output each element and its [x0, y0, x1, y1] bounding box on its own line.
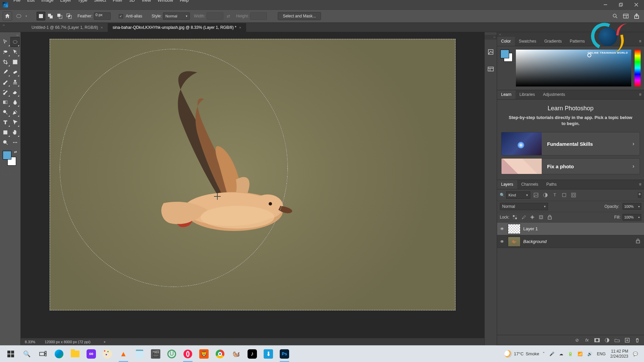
maximize-button[interactable] [613, 0, 629, 9]
new-layer-icon[interactable] [624, 337, 631, 344]
filter-smart-icon[interactable] [570, 191, 577, 199]
menu-edit[interactable]: Edit [24, 0, 38, 5]
menu-type[interactable]: Type [74, 0, 91, 5]
tray-notifications-icon[interactable]: 💬 [633, 352, 638, 356]
dodge-tool[interactable] [1, 107, 10, 117]
swap-colors-icon[interactable]: ⇄ [14, 150, 17, 154]
foreground-swatch[interactable] [500, 50, 509, 58]
tray-wifi-icon[interactable]: 📶 [578, 352, 583, 356]
taskbar-app-green[interactable]: U [164, 346, 180, 362]
weather-widget[interactable]: 17°C Smoke [504, 350, 539, 358]
filter-kind-select[interactable]: Kind▾ [506, 191, 530, 199]
tab-adjustments[interactable]: Adjustments [539, 90, 569, 99]
visibility-toggle[interactable]: 👁 [499, 239, 505, 244]
panel-menu-icon[interactable]: ≡ [636, 180, 644, 189]
selection-new-button[interactable] [37, 12, 45, 20]
tab-gradients[interactable]: Gradients [540, 37, 566, 46]
tray-onedrive-icon[interactable]: ☁ [559, 352, 563, 356]
tab-channels[interactable]: Channels [517, 180, 542, 189]
zoom-level[interactable]: 8.33% [25, 340, 35, 344]
menu-layer[interactable]: Layer [57, 0, 75, 5]
layer-item[interactable]: 👁 Layer 1 [497, 223, 644, 235]
taskbar-notepad[interactable] [131, 346, 148, 362]
quickmask-mode-button[interactable] [11, 169, 18, 175]
frame-tool[interactable] [10, 57, 20, 67]
group-layers-icon[interactable] [614, 337, 621, 344]
gradient-tool[interactable] [1, 97, 10, 107]
start-button[interactable] [3, 346, 19, 362]
layer-mask-icon[interactable] [594, 337, 600, 344]
filter-search-icon[interactable]: 🔍 [500, 193, 505, 197]
delete-layer-icon[interactable] [634, 337, 641, 344]
marquee-tool[interactable] [10, 37, 20, 47]
move-tool[interactable] [1, 37, 10, 47]
home-button[interactable] [3, 11, 12, 21]
stamp-tool[interactable] [10, 77, 20, 87]
menu-help[interactable]: Help [176, 0, 192, 5]
minimize-button[interactable] [598, 0, 613, 9]
filter-toggle[interactable] [638, 192, 641, 198]
tray-lang[interactable]: ENG [597, 352, 606, 356]
taskbar-edge[interactable] [51, 346, 67, 362]
tab-learn[interactable]: Learn [497, 90, 516, 99]
menu-select[interactable]: Select [91, 0, 109, 5]
lock-trans-icon[interactable] [512, 214, 518, 221]
layer-thumbnail[interactable] [508, 224, 521, 234]
document-canvas[interactable] [50, 39, 455, 310]
panel-menu-icon[interactable]: ≡ [636, 37, 644, 46]
eraser-tool[interactable] [10, 87, 20, 97]
history-brush-tool[interactable] [1, 87, 10, 97]
filter-shape-icon[interactable] [560, 191, 568, 199]
lock-all-icon[interactable] [546, 214, 553, 221]
taskbar-opera[interactable] [180, 346, 196, 362]
close-icon[interactable]: × [239, 25, 241, 29]
status-menu-icon[interactable]: ▸ [104, 340, 106, 344]
blur-tool[interactable] [10, 97, 20, 107]
properties-panel-icon[interactable] [486, 64, 495, 73]
layer-thumbnail[interactable] [508, 237, 521, 247]
taskbar-tiktok[interactable]: ♪ [244, 346, 260, 362]
taskbar-app-blue[interactable]: ⬇ [260, 346, 276, 362]
style-select[interactable]: Normal▾ [163, 12, 190, 20]
doc-info[interactable]: 12000 px x 8000 px (72 ppi) [45, 340, 90, 344]
task-view-button[interactable] [35, 346, 51, 362]
tab-swatches[interactable]: Swatches [515, 37, 540, 46]
tabs-collapse-left[interactable]: ‹‹ [1, 23, 7, 27]
menu-filter[interactable]: Filter [109, 0, 126, 5]
healing-tool[interactable] [10, 67, 20, 77]
selection-add-button[interactable] [46, 12, 55, 20]
strip-collapse[interactable]: ›› [485, 35, 497, 40]
layer-name[interactable]: Background [523, 239, 633, 244]
eyedropper-tool[interactable] [1, 67, 10, 77]
brush-tool[interactable] [1, 77, 10, 87]
hue-slider[interactable] [635, 50, 641, 86]
taskbar-chrome[interactable] [212, 346, 228, 362]
lasso-tool[interactable] [1, 47, 10, 57]
shape-tool[interactable] [1, 127, 10, 137]
hand-tool[interactable] [10, 127, 20, 137]
canvas-area[interactable] [21, 32, 484, 338]
adjustment-layer-icon[interactable] [604, 337, 610, 344]
menu-view[interactable]: View [138, 0, 154, 5]
filter-adjust-icon[interactable] [542, 191, 549, 199]
filter-pixel-icon[interactable] [532, 191, 540, 199]
menu-window[interactable]: Window [154, 0, 176, 5]
tab-patterns[interactable]: Patterns [566, 37, 589, 46]
dock-collapse[interactable]: ‹‹ [497, 32, 644, 37]
search-button[interactable]: 🔍 [19, 346, 35, 362]
pen-tool[interactable] [10, 107, 20, 117]
tray-overflow-icon[interactable]: ˄ [543, 352, 545, 356]
foreground-color[interactable] [3, 151, 11, 160]
tab-color[interactable]: Color [497, 37, 515, 46]
type-tool[interactable] [1, 117, 10, 127]
taskbar-paint[interactable] [99, 346, 115, 362]
feather-input[interactable]: 0 px [94, 12, 111, 20]
layer-item[interactable]: 👁 Background [497, 235, 644, 248]
link-layers-icon[interactable]: ⊘ [574, 337, 580, 344]
tool-preset-picker[interactable]: ▾ [13, 12, 31, 20]
opacity-input[interactable]: 100%▾ [623, 203, 641, 210]
selection-intersect-button[interactable] [65, 12, 73, 20]
close-button[interactable] [629, 0, 644, 9]
taskbar-app-misc[interactable]: 🐿️ [228, 346, 244, 362]
visibility-toggle[interactable]: 👁 [499, 227, 505, 231]
